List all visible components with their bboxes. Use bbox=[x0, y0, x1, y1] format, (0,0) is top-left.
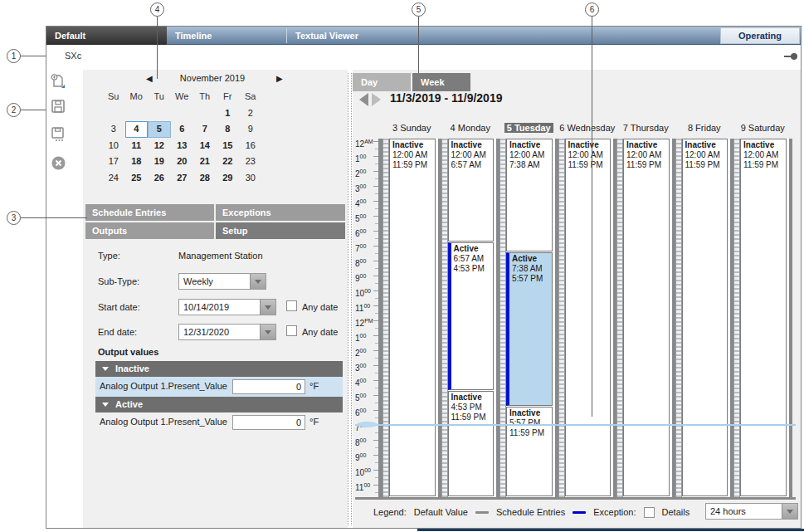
calendar-day-12[interactable]: 12 bbox=[148, 138, 171, 154]
tab-week[interactable]: Week bbox=[412, 73, 470, 91]
calendar-day-23[interactable]: 23 bbox=[239, 154, 262, 170]
tab-exceptions[interactable]: Exceptions bbox=[216, 204, 345, 221]
end-date-dropdown[interactable]: 12/31/2020 bbox=[178, 324, 276, 340]
start-date-dropdown-button[interactable] bbox=[260, 300, 275, 315]
start-date-value: 10/14/2019 bbox=[179, 300, 260, 315]
schedule-entry-block[interactable]: Inactive12:00 AM7:38 AM bbox=[506, 139, 553, 251]
next-week-icon[interactable] bbox=[372, 93, 381, 106]
calendar-next-icon[interactable]: ▶ bbox=[276, 74, 283, 83]
active-value-input[interactable] bbox=[232, 415, 305, 430]
tab-setup[interactable]: Setup bbox=[216, 222, 345, 239]
details-checkbox[interactable] bbox=[644, 507, 655, 518]
active-section-header[interactable]: Active bbox=[95, 397, 343, 412]
calendar-day-19[interactable]: 19 bbox=[148, 154, 171, 170]
calendar-day-4[interactable]: 4 bbox=[125, 121, 149, 138]
calendar-day-1[interactable]: 1 bbox=[217, 105, 240, 122]
calendar-empty-cell bbox=[148, 105, 171, 122]
calendar-day-30[interactable]: 30 bbox=[239, 170, 262, 187]
calendar-day-28[interactable]: 28 bbox=[193, 170, 217, 187]
save-button[interactable] bbox=[50, 98, 66, 115]
calendar-day-5[interactable]: 5 bbox=[148, 121, 171, 138]
operating-mode-button[interactable]: Operating bbox=[720, 27, 800, 44]
calendar-weekday-label: Su bbox=[102, 89, 125, 105]
calendar-day-27[interactable]: 27 bbox=[171, 170, 194, 187]
tab-schedule-entries[interactable]: Schedule Entries bbox=[85, 204, 214, 221]
calendar-weekday-label: Tu bbox=[148, 89, 171, 105]
time-range-dropdown-button[interactable] bbox=[782, 504, 797, 519]
day-header[interactable]: 9 Saturday bbox=[733, 123, 792, 137]
calendar-day-2[interactable]: 2 bbox=[239, 105, 262, 122]
calendar-day-21[interactable]: 21 bbox=[193, 154, 217, 170]
calendar-day-26[interactable]: 26 bbox=[148, 170, 171, 187]
time-label: 12PM bbox=[355, 318, 378, 333]
start-any-date-label: Any date bbox=[302, 302, 338, 312]
schedule-entry-block[interactable]: Inactive12:00 AM6:57 AM bbox=[448, 139, 495, 242]
tab-outputs[interactable]: Outputs bbox=[85, 222, 214, 239]
tab-day[interactable]: Day bbox=[353, 73, 411, 91]
start-date-dropdown[interactable]: 10/14/2019 bbox=[178, 299, 276, 315]
subtype-dropdown-button[interactable] bbox=[250, 274, 266, 289]
day-header[interactable]: 3 Sunday bbox=[383, 123, 441, 137]
day-column-content[interactable]: Inactive12:00 AM7:38 AMActive7:38 AM5:57… bbox=[506, 139, 555, 497]
schedule-entry-block[interactable]: Inactive12:00 AM11:59 PM bbox=[389, 139, 436, 496]
day-header[interactable]: 5 Tuesday bbox=[499, 123, 558, 137]
calendar-day-16[interactable]: 16 bbox=[239, 138, 262, 154]
calendar-day-20[interactable]: 20 bbox=[171, 154, 194, 170]
end-date-dropdown-button[interactable] bbox=[260, 325, 275, 339]
calendar-day-11[interactable]: 11 bbox=[125, 138, 149, 154]
day-header[interactable]: 6 Wednesday bbox=[558, 123, 617, 137]
start-any-date-checkbox[interactable] bbox=[286, 300, 297, 311]
schedule-entry-block[interactable]: Inactive12:00 AM11:59 PM bbox=[740, 139, 787, 496]
calendar-day-6[interactable]: 6 bbox=[171, 121, 194, 138]
day-header[interactable]: 8 Friday bbox=[675, 123, 734, 137]
schedule-entry-block[interactable]: Inactive12:00 AM11:59 PM bbox=[682, 139, 728, 496]
schedule-entry-block[interactable]: Inactive5:57 PM11:59 PM bbox=[506, 407, 553, 496]
tab-timeline[interactable]: Timeline bbox=[167, 27, 286, 45]
calendar-day-25[interactable]: 25 bbox=[125, 170, 149, 187]
day-column-content[interactable]: Inactive12:00 AM6:57 AMActive6:57 AM4:53… bbox=[448, 139, 497, 497]
calendar-day-24[interactable]: 24 bbox=[102, 170, 125, 187]
day-column-content[interactable]: Inactive12:00 AM11:59 PM bbox=[565, 139, 614, 497]
calendar-day-7[interactable]: 7 bbox=[193, 121, 217, 138]
calendar-day-14[interactable]: 14 bbox=[193, 138, 217, 154]
cancel-button[interactable] bbox=[50, 154, 66, 171]
subtype-dropdown[interactable]: Weekly bbox=[178, 273, 266, 290]
day-column-content[interactable]: Inactive12:00 AM11:59 PM bbox=[623, 139, 672, 497]
day-header[interactable]: 4 Monday bbox=[441, 123, 500, 137]
schedule-entry-block[interactable]: Active7:38 AM5:57 PM bbox=[506, 252, 553, 406]
time-label: 500 bbox=[355, 393, 378, 408]
save-as-button[interactable] bbox=[50, 126, 66, 143]
day-column-content[interactable]: Inactive12:00 AM11:59 PM bbox=[682, 139, 731, 497]
calendar-day-18[interactable]: 18 bbox=[125, 154, 149, 170]
calendar-day-9[interactable]: 9 bbox=[239, 121, 262, 138]
day-column-content[interactable]: Inactive12:00 AM11:59 PM bbox=[389, 139, 438, 497]
collapse-handle-dot-icon[interactable] bbox=[791, 53, 797, 60]
calendar-day-3[interactable]: 3 bbox=[102, 121, 125, 138]
tab-default[interactable]: Default bbox=[46, 27, 167, 45]
calendar-day-13[interactable]: 13 bbox=[171, 138, 194, 154]
schedule-entry-block[interactable]: Inactive12:00 AM11:59 PM bbox=[623, 139, 670, 496]
callout-6-line bbox=[592, 17, 592, 417]
inactive-value-input[interactable] bbox=[232, 379, 305, 394]
day-column-content[interactable]: Inactive12:00 AM11:59 PM bbox=[740, 139, 789, 497]
calendar-prev-icon[interactable]: ◀ bbox=[146, 74, 153, 83]
schedule-entry-block[interactable]: Active6:57 AM4:53 PM bbox=[448, 242, 495, 390]
calendar-day-8[interactable]: 8 bbox=[217, 121, 240, 138]
calendar-day-29[interactable]: 29 bbox=[217, 170, 240, 187]
calendar-day-10[interactable]: 10 bbox=[102, 138, 125, 154]
prev-week-icon[interactable] bbox=[359, 93, 368, 106]
new-schedule-button[interactable] bbox=[50, 73, 66, 90]
inactive-section-label: Inactive bbox=[115, 364, 149, 373]
calendar-day-22[interactable]: 22 bbox=[217, 154, 240, 170]
calendar-day-17[interactable]: 17 bbox=[102, 154, 125, 170]
calendar-day-15[interactable]: 15 bbox=[217, 138, 240, 154]
time-range-dropdown[interactable]: 24 hours bbox=[705, 503, 798, 520]
schedule-entry-block[interactable]: Inactive4:53 PM11:59 PM bbox=[448, 391, 495, 496]
tab-textual-viewer[interactable]: Textual Viewer bbox=[287, 27, 407, 45]
inactive-section-header[interactable]: Inactive bbox=[95, 361, 343, 377]
end-any-date-checkbox[interactable] bbox=[286, 325, 297, 336]
pane-splitter[interactable] bbox=[348, 73, 352, 525]
schedule-entry-block[interactable]: Inactive12:00 AM11:59 PM bbox=[565, 139, 612, 496]
day-header[interactable]: 7 Thursday bbox=[616, 123, 675, 137]
save-icon bbox=[51, 99, 66, 114]
